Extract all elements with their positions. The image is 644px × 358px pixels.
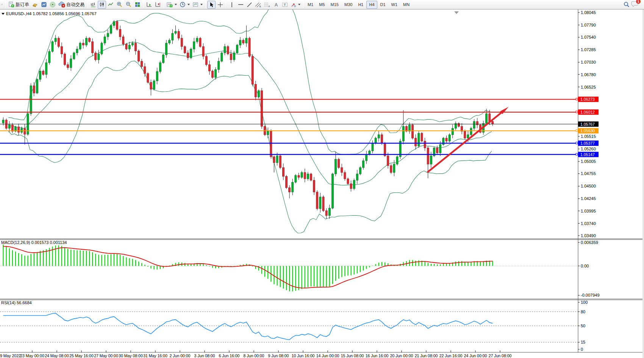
periods-button[interactable] <box>178 1 191 9</box>
price-tick-label: 1.08045 <box>581 10 596 15</box>
rsi-tick-label: 80 <box>581 310 585 314</box>
macd-indicator-label: MACD(12,26,9) 0.001573 0.001134 <box>1 240 67 245</box>
templates-button[interactable] <box>191 1 204 9</box>
tf-M30[interactable]: M30 <box>342 1 355 9</box>
candle-body <box>163 55 164 63</box>
candle-body <box>316 192 318 209</box>
tf-W1[interactable]: W1 <box>389 1 400 9</box>
tf-label: D1 <box>379 2 387 7</box>
rsi-tick-label: 100 <box>581 300 588 305</box>
edge-magnifier-icon <box>0 1 4 9</box>
candle-body <box>125 44 127 49</box>
tf-label: W1 <box>390 2 399 7</box>
auto-trading-button[interactable]: 自动交易 <box>57 1 86 9</box>
candle-body <box>82 43 84 45</box>
trend-arrow-line[interactable] <box>427 111 504 172</box>
channel-button[interactable]: E <box>254 1 263 9</box>
candle-body <box>344 172 346 179</box>
price-tick-label: 1.07540 <box>581 35 596 39</box>
text-label-button[interactable]: T <box>281 1 289 9</box>
candle-body <box>470 128 472 135</box>
tf-H1[interactable]: H1 <box>355 1 366 9</box>
tf-M5[interactable]: M5 <box>316 1 327 9</box>
candle-body <box>128 45 130 49</box>
candle-body <box>159 63 161 72</box>
chart-shift-marker <box>454 11 459 14</box>
zoom-out-icon <box>125 2 132 8</box>
tf-MN[interactable]: MN <box>400 1 412 9</box>
candle-body <box>98 54 100 60</box>
chart-shift-icon <box>155 2 161 8</box>
separator <box>164 1 164 8</box>
candle-body <box>45 63 47 75</box>
time-tick-label: 9 May 2022 <box>0 353 21 358</box>
price-tick-label: 1.06780 <box>581 72 596 77</box>
bar-chart-icon <box>90 2 96 8</box>
separator <box>5 1 6 8</box>
crosshair-button[interactable] <box>216 1 224 9</box>
line-chart-button[interactable] <box>106 1 115 9</box>
auto-scroll-button[interactable] <box>145 1 153 9</box>
tf-D1[interactable]: D1 <box>378 1 388 9</box>
candle-body <box>18 127 20 132</box>
candle-body <box>227 47 229 54</box>
gold-button[interactable] <box>31 1 39 9</box>
price-tick-label: 1.06525 <box>581 85 596 89</box>
candle-body <box>42 71 44 75</box>
candle-body <box>366 154 367 161</box>
vline-button[interactable] <box>228 1 236 9</box>
candle-body <box>467 135 469 138</box>
candle-body <box>298 175 300 177</box>
candlestick-chart-button[interactable] <box>98 1 106 9</box>
indicators-button[interactable] <box>166 1 178 9</box>
price-badge-label: 1.05377 <box>580 141 595 145</box>
fibonacci-icon: F <box>264 2 270 8</box>
candle-body <box>187 53 189 58</box>
market-watch-button[interactable] <box>40 1 48 9</box>
tile-windows-button[interactable] <box>133 1 142 9</box>
new-order-icon <box>8 2 14 8</box>
candle-body <box>363 161 364 167</box>
candle-body <box>347 179 349 184</box>
search-button[interactable] <box>622 1 631 9</box>
arrows-button[interactable] <box>289 1 302 9</box>
vertical-line-icon <box>230 2 234 8</box>
candle-body <box>313 180 315 192</box>
price-badge-label: 1.05147 <box>580 152 595 157</box>
chart-shift-button[interactable] <box>154 1 162 9</box>
candle-body <box>175 31 177 33</box>
candle-body <box>449 135 450 141</box>
zoom-in-button[interactable] <box>115 1 124 9</box>
candle-body <box>131 43 133 45</box>
candle-body <box>436 148 438 153</box>
line-anchor-marker <box>576 153 578 155</box>
tf-H4[interactable]: H4 <box>366 1 377 9</box>
trendline-button[interactable] <box>245 1 253 9</box>
cursor-button[interactable] <box>207 1 216 9</box>
symbol-collapse-icon[interactable] <box>2 13 5 15</box>
fibonacci-button[interactable]: F <box>263 1 272 9</box>
equidistant-channel-icon: E <box>255 2 261 8</box>
text-button[interactable]: A <box>272 1 280 9</box>
tf-M1[interactable]: M1 <box>305 1 316 9</box>
webcast-button[interactable] <box>48 1 57 9</box>
bar-chart-button[interactable] <box>89 1 97 9</box>
time-tick-label: 21 Jun 08:00 <box>415 353 438 358</box>
separator <box>205 1 206 8</box>
hline-button[interactable] <box>236 1 245 9</box>
timeframe-group: M1M5M15M30H1H4D1W1MN <box>305 1 412 9</box>
macd-tick-label: 0.006359 <box>581 240 598 245</box>
candle-body <box>89 38 91 42</box>
chat-button[interactable]: 1 <box>631 0 639 9</box>
candle-body <box>134 43 136 51</box>
zoom-out-button[interactable] <box>124 1 133 9</box>
candle-body <box>418 133 420 146</box>
tf-label: H4 <box>367 2 376 7</box>
candle-body <box>258 91 259 97</box>
chart-canvas[interactable]: 1.080451.077901.075401.072851.070301.067… <box>0 9 644 358</box>
cursor-icon <box>209 2 214 8</box>
candle-body <box>122 37 124 44</box>
tf-M15[interactable]: M15 <box>328 1 341 9</box>
new-order-button[interactable]: 新订单 <box>7 1 30 9</box>
time-tick-label: 27 Jun 08:00 <box>489 353 512 358</box>
